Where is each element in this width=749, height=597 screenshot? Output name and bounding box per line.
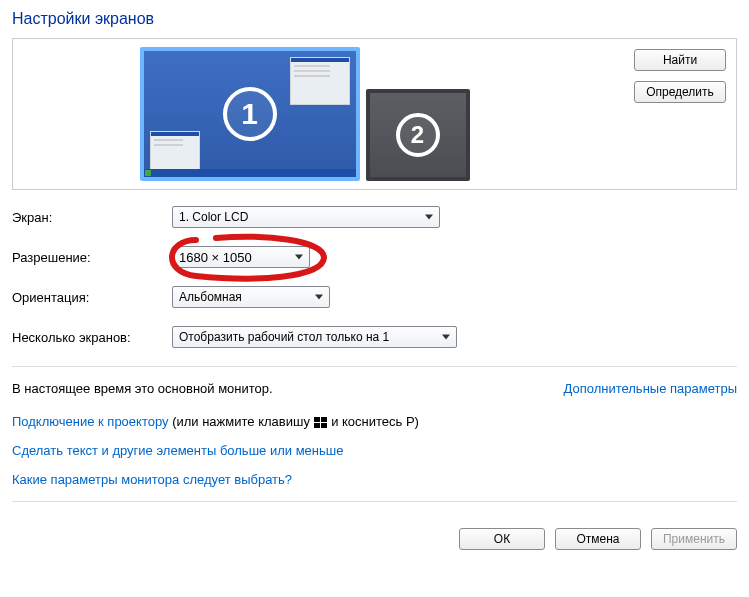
- orientation-select[interactable]: Альбомная: [172, 286, 330, 308]
- chevron-down-icon: [315, 295, 323, 300]
- find-button[interactable]: Найти: [634, 49, 726, 71]
- multi-display-label: Несколько экранов:: [12, 330, 172, 345]
- textsize-link[interactable]: Сделать текст и другие элементы больше и…: [12, 443, 343, 458]
- screen-label: Экран:: [12, 210, 172, 225]
- monitor-1-number: 1: [223, 87, 277, 141]
- screen-select[interactable]: 1. Color LCD: [172, 206, 440, 228]
- screen-select-value: 1. Color LCD: [179, 210, 248, 224]
- divider: [12, 501, 737, 502]
- mini-window-icon: [290, 57, 350, 105]
- mini-start-icon: [145, 170, 151, 176]
- display-preview-area: 1 2 Найти Определить: [12, 38, 737, 190]
- resolution-select[interactable]: 1680 × 1050: [172, 246, 310, 268]
- monitor-2[interactable]: 2: [366, 89, 470, 181]
- monitors-group: 1 2: [140, 47, 470, 181]
- multi-display-select-value: Отобразить рабочий стол только на 1: [179, 330, 389, 344]
- monitor-2-number: 2: [396, 113, 440, 157]
- primary-monitor-text: В настоящее время это основной монитор.: [12, 381, 273, 396]
- resolution-label: Разрешение:: [12, 250, 172, 265]
- multi-display-select[interactable]: Отобразить рабочий стол только на 1: [172, 326, 457, 348]
- ok-button[interactable]: ОК: [459, 528, 545, 550]
- orientation-select-value: Альбомная: [179, 290, 242, 304]
- windows-key-icon: [314, 417, 328, 429]
- divider: [12, 366, 737, 367]
- chevron-down-icon: [442, 335, 450, 340]
- cancel-button[interactable]: Отмена: [555, 528, 641, 550]
- chevron-down-icon: [295, 255, 303, 260]
- mini-window-icon: [150, 131, 200, 171]
- page-title: Настройки экранов: [12, 10, 737, 28]
- resolution-select-value: 1680 × 1050: [179, 250, 252, 265]
- chevron-down-icon: [425, 215, 433, 220]
- monitor-help-link[interactable]: Какие параметры монитора следует выбрать…: [12, 472, 292, 487]
- advanced-settings-link[interactable]: Дополнительные параметры: [563, 381, 737, 396]
- orientation-label: Ориентация:: [12, 290, 172, 305]
- projector-link[interactable]: Подключение к проектору: [12, 414, 169, 429]
- projector-hint-a: (или нажмите клавишу: [169, 414, 314, 429]
- monitor-1[interactable]: 1: [140, 47, 360, 181]
- apply-button[interactable]: Применить: [651, 528, 737, 550]
- mini-taskbar-icon: [144, 169, 356, 177]
- projector-hint-b: и коснитесь P): [328, 414, 419, 429]
- identify-button[interactable]: Определить: [634, 81, 726, 103]
